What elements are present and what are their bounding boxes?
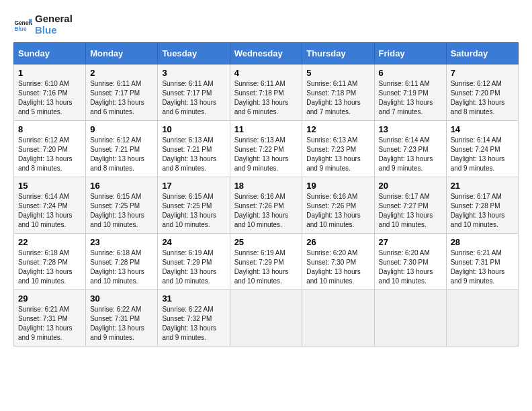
calendar-cell: 5Sunrise: 6:11 AMSunset: 7:18 PMDaylight… (302, 64, 374, 121)
calendar-cell: 28Sunrise: 6:21 AMSunset: 7:31 PMDayligh… (446, 234, 518, 290)
calendar-cell: 27Sunrise: 6:20 AMSunset: 7:30 PMDayligh… (374, 234, 446, 290)
calendar-cell: 15Sunrise: 6:14 AMSunset: 7:24 PMDayligh… (14, 177, 86, 234)
logo-icon: General Blue (13, 15, 32, 34)
day-info: Sunrise: 6:15 AMSunset: 7:25 PMDaylight:… (162, 192, 225, 230)
calendar-cell: 14Sunrise: 6:14 AMSunset: 7:24 PMDayligh… (446, 121, 518, 177)
day-number: 20 (379, 181, 442, 191)
calendar-table: SundayMondayTuesdayWednesdayThursdayFrid… (13, 42, 519, 347)
day-info: Sunrise: 6:14 AMSunset: 7:24 PMDaylight:… (18, 192, 81, 230)
day-info: Sunrise: 6:20 AMSunset: 7:30 PMDaylight:… (379, 248, 442, 286)
day-info: Sunrise: 6:16 AMSunset: 7:26 PMDaylight:… (234, 192, 298, 230)
day-number: 23 (90, 237, 153, 247)
calendar-week-1: 1Sunrise: 6:10 AMSunset: 7:16 PMDaylight… (14, 64, 519, 121)
day-info: Sunrise: 6:20 AMSunset: 7:30 PMDaylight:… (306, 248, 369, 286)
calendar-cell (230, 290, 302, 347)
calendar-cell: 21Sunrise: 6:17 AMSunset: 7:28 PMDayligh… (446, 177, 518, 234)
calendar-header-row: SundayMondayTuesdayWednesdayThursdayFrid… (14, 43, 519, 64)
svg-text:Blue: Blue (14, 26, 26, 32)
col-header-tuesday: Tuesday (158, 43, 230, 64)
calendar-cell: 8Sunrise: 6:12 AMSunset: 7:20 PMDaylight… (14, 121, 86, 177)
day-number: 15 (18, 181, 81, 191)
logo: General Blue General Blue (13, 13, 73, 36)
calendar-cell: 30Sunrise: 6:22 AMSunset: 7:31 PMDayligh… (86, 290, 158, 347)
col-header-saturday: Saturday (446, 43, 518, 64)
day-info: Sunrise: 6:11 AMSunset: 7:17 PMDaylight:… (162, 79, 225, 117)
day-info: Sunrise: 6:13 AMSunset: 7:23 PMDaylight:… (306, 136, 369, 173)
page-header: General Blue General Blue (13, 13, 519, 36)
day-info: Sunrise: 6:14 AMSunset: 7:23 PMDaylight:… (379, 136, 442, 173)
calendar-cell: 16Sunrise: 6:15 AMSunset: 7:25 PMDayligh… (86, 177, 158, 234)
day-info: Sunrise: 6:15 AMSunset: 7:25 PMDaylight:… (90, 192, 153, 230)
calendar-cell (374, 290, 446, 347)
day-info: Sunrise: 6:12 AMSunset: 7:20 PMDaylight:… (451, 79, 514, 117)
calendar-cell (446, 290, 518, 347)
calendar-week-5: 29Sunrise: 6:21 AMSunset: 7:31 PMDayligh… (14, 290, 519, 347)
day-info: Sunrise: 6:19 AMSunset: 7:29 PMDaylight:… (234, 248, 298, 286)
day-info: Sunrise: 6:17 AMSunset: 7:27 PMDaylight:… (379, 192, 442, 230)
day-number: 29 (18, 293, 81, 304)
calendar-cell: 22Sunrise: 6:18 AMSunset: 7:28 PMDayligh… (14, 234, 86, 290)
day-number: 3 (162, 68, 225, 78)
calendar-cell: 7Sunrise: 6:12 AMSunset: 7:20 PMDaylight… (446, 64, 518, 121)
logo-blue: Blue (35, 25, 73, 36)
calendar-cell: 4Sunrise: 6:11 AMSunset: 7:18 PMDaylight… (230, 64, 302, 121)
day-info: Sunrise: 6:13 AMSunset: 7:21 PMDaylight:… (162, 136, 225, 173)
day-info: Sunrise: 6:22 AMSunset: 7:31 PMDaylight:… (90, 305, 153, 342)
day-number: 30 (90, 293, 153, 304)
day-info: Sunrise: 6:22 AMSunset: 7:32 PMDaylight:… (162, 305, 225, 342)
calendar-week-3: 15Sunrise: 6:14 AMSunset: 7:24 PMDayligh… (14, 177, 519, 234)
calendar-cell: 3Sunrise: 6:11 AMSunset: 7:17 PMDaylight… (158, 64, 230, 121)
day-info: Sunrise: 6:11 AMSunset: 7:17 PMDaylight:… (90, 79, 153, 117)
day-info: Sunrise: 6:18 AMSunset: 7:28 PMDaylight:… (90, 248, 153, 286)
calendar-cell: 25Sunrise: 6:19 AMSunset: 7:29 PMDayligh… (230, 234, 302, 290)
day-info: Sunrise: 6:17 AMSunset: 7:28 PMDaylight:… (451, 192, 514, 230)
calendar-cell: 19Sunrise: 6:16 AMSunset: 7:26 PMDayligh… (302, 177, 374, 234)
day-number: 14 (451, 124, 514, 134)
day-info: Sunrise: 6:18 AMSunset: 7:28 PMDaylight:… (18, 248, 81, 286)
day-number: 8 (18, 124, 81, 134)
day-number: 6 (379, 68, 442, 78)
calendar-cell: 24Sunrise: 6:19 AMSunset: 7:29 PMDayligh… (158, 234, 230, 290)
day-info: Sunrise: 6:10 AMSunset: 7:16 PMDaylight:… (18, 79, 81, 117)
col-header-wednesday: Wednesday (230, 43, 302, 64)
day-number: 9 (90, 124, 153, 134)
calendar-cell: 11Sunrise: 6:13 AMSunset: 7:22 PMDayligh… (230, 121, 302, 177)
day-info: Sunrise: 6:11 AMSunset: 7:19 PMDaylight:… (379, 79, 442, 117)
col-header-sunday: Sunday (14, 43, 86, 64)
day-number: 25 (234, 237, 298, 247)
day-number: 10 (162, 124, 225, 134)
calendar-week-4: 22Sunrise: 6:18 AMSunset: 7:28 PMDayligh… (14, 234, 519, 290)
calendar-cell: 17Sunrise: 6:15 AMSunset: 7:25 PMDayligh… (158, 177, 230, 234)
day-info: Sunrise: 6:16 AMSunset: 7:26 PMDaylight:… (306, 192, 369, 230)
day-number: 17 (162, 181, 225, 191)
day-info: Sunrise: 6:21 AMSunset: 7:31 PMDaylight:… (18, 305, 81, 342)
day-info: Sunrise: 6:12 AMSunset: 7:20 PMDaylight:… (18, 136, 81, 173)
day-number: 21 (451, 181, 514, 191)
calendar-cell: 31Sunrise: 6:22 AMSunset: 7:32 PMDayligh… (158, 290, 230, 347)
logo-general: General (35, 13, 73, 25)
calendar-cell: 23Sunrise: 6:18 AMSunset: 7:28 PMDayligh… (86, 234, 158, 290)
day-number: 28 (451, 237, 514, 247)
day-number: 26 (306, 237, 369, 247)
calendar-cell: 29Sunrise: 6:21 AMSunset: 7:31 PMDayligh… (14, 290, 86, 347)
col-header-thursday: Thursday (302, 43, 374, 64)
day-info: Sunrise: 6:12 AMSunset: 7:21 PMDaylight:… (90, 136, 153, 173)
day-number: 16 (90, 181, 153, 191)
day-number: 11 (234, 124, 298, 134)
day-number: 27 (379, 237, 442, 247)
day-number: 18 (234, 181, 298, 191)
day-info: Sunrise: 6:21 AMSunset: 7:31 PMDaylight:… (451, 248, 514, 286)
col-header-monday: Monday (86, 43, 158, 64)
calendar-cell: 18Sunrise: 6:16 AMSunset: 7:26 PMDayligh… (230, 177, 302, 234)
day-number: 19 (306, 181, 369, 191)
day-number: 4 (234, 68, 298, 78)
calendar-cell: 26Sunrise: 6:20 AMSunset: 7:30 PMDayligh… (302, 234, 374, 290)
calendar-cell: 13Sunrise: 6:14 AMSunset: 7:23 PMDayligh… (374, 121, 446, 177)
day-info: Sunrise: 6:11 AMSunset: 7:18 PMDaylight:… (234, 79, 298, 117)
day-number: 13 (379, 124, 442, 134)
day-number: 22 (18, 237, 81, 247)
day-info: Sunrise: 6:19 AMSunset: 7:29 PMDaylight:… (162, 248, 225, 286)
day-number: 5 (306, 68, 369, 78)
calendar-week-2: 8Sunrise: 6:12 AMSunset: 7:20 PMDaylight… (14, 121, 519, 177)
calendar-cell: 9Sunrise: 6:12 AMSunset: 7:21 PMDaylight… (86, 121, 158, 177)
